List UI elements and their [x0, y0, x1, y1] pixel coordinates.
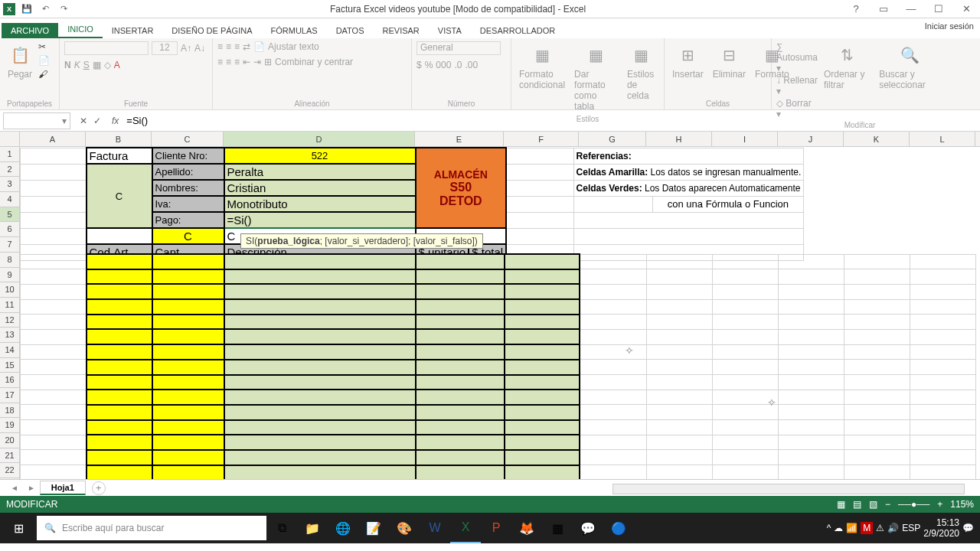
row-15[interactable]: 15	[0, 358, 19, 373]
view-layout-icon[interactable]: ▤	[853, 499, 861, 510]
tray-lang[interactable]: ESP	[902, 523, 920, 533]
cell-cod-row[interactable]	[87, 390, 152, 405]
col-L[interactable]: L	[910, 132, 975, 146]
cell-desc-row[interactable]	[224, 360, 416, 375]
close-icon[interactable]: ✕	[956, 2, 977, 17]
cell-iva-label[interactable]: Iva:	[152, 196, 224, 212]
view-normal-icon[interactable]: ▦	[837, 499, 845, 510]
cell-total-row[interactable]	[505, 329, 580, 344]
cell-total-row[interactable]	[505, 375, 580, 390]
borrar-button[interactable]: ◇ Borrar ▾	[776, 98, 818, 119]
col-E[interactable]: E	[415, 132, 504, 146]
cell-cant-row[interactable]	[152, 344, 224, 360]
tray-date[interactable]: 2/9/2020	[923, 528, 959, 539]
row-20[interactable]: 20	[0, 433, 19, 448]
cond-format-button[interactable]: ▦Formato condicional	[516, 41, 568, 92]
paste-button[interactable]: 📋Pegar	[5, 41, 35, 81]
powerpoint-icon[interactable]: P	[481, 513, 511, 543]
cell-cod-row[interactable]	[87, 329, 152, 344]
row-19[interactable]: 19	[0, 418, 19, 433]
cell-cod-row[interactable]	[87, 435, 152, 450]
sheet-nav-next-icon[interactable]: ►	[23, 484, 40, 492]
col-F[interactable]: F	[504, 132, 579, 146]
tab-inicio[interactable]: INICIO	[58, 21, 103, 38]
cell-cant-row[interactable]	[152, 315, 224, 330]
tab-archivo[interactable]: ARCHIVO	[2, 23, 58, 38]
cell-cant-row[interactable]	[152, 375, 224, 390]
app3-icon[interactable]: 💬	[573, 513, 603, 543]
cell-desc-row[interactable]	[224, 450, 416, 465]
row-5[interactable]: 5	[0, 207, 19, 223]
row-18[interactable]: 18	[0, 403, 19, 419]
cell-cod-row[interactable]	[87, 450, 152, 465]
cell-cod-row[interactable]	[87, 420, 152, 435]
copy-icon[interactable]: 📄	[38, 55, 50, 66]
cell-unit-row[interactable]	[416, 390, 505, 405]
cell-desc-row[interactable]	[224, 329, 416, 344]
insert-button[interactable]: ⊞Insertar	[669, 41, 707, 81]
tab-revisar[interactable]: REVISAR	[374, 23, 429, 38]
cut-icon[interactable]: ✂	[38, 41, 50, 52]
tab-datos[interactable]: DATOS	[327, 23, 374, 38]
cell-nombres-label[interactable]: Nombres:	[152, 180, 224, 196]
row-22[interactable]: 22	[0, 463, 19, 478]
explorer-icon[interactable]: 📁	[297, 513, 328, 543]
cell-cant-row[interactable]	[152, 284, 224, 299]
cell-cod-row[interactable]	[87, 254, 152, 269]
cell-unit-row[interactable]	[416, 284, 505, 299]
col-A[interactable]: A	[20, 132, 86, 146]
cell-desc-row[interactable]	[224, 375, 416, 390]
horizontal-scrollbar[interactable]	[612, 484, 965, 494]
row-16[interactable]: 16	[0, 373, 19, 388]
tray-up-icon[interactable]: ^	[827, 523, 831, 533]
paint-icon[interactable]: 🎨	[389, 513, 420, 543]
row-6[interactable]: 6	[0, 222, 19, 237]
row-1[interactable]: 1	[0, 147, 19, 162]
cell-cliente-label[interactable]: Cliente Nro:	[152, 148, 224, 164]
cell-unit-row[interactable]	[416, 299, 505, 315]
cell-total-row[interactable]	[505, 360, 580, 375]
cell-total-row[interactable]	[505, 390, 580, 405]
cell-total-row[interactable]	[505, 315, 580, 330]
cell-desc-row[interactable]	[224, 420, 416, 435]
row-14[interactable]: 14	[0, 343, 19, 358]
view-pagebreak-icon[interactable]: ▧	[869, 499, 877, 510]
cell-unit-row[interactable]	[416, 254, 505, 269]
delete-button[interactable]: ⊟Eliminar	[710, 41, 749, 81]
tray-icon[interactable]: 📶	[846, 523, 858, 533]
save-icon[interactable]: 💾	[20, 2, 34, 16]
zoom-in-icon[interactable]: +	[937, 499, 942, 510]
cell-cant-row[interactable]	[152, 254, 224, 269]
tray-time[interactable]: 15:13	[923, 517, 959, 528]
cell-cod-row[interactable]	[87, 269, 152, 285]
cell-apellido-val[interactable]: Peralta	[224, 164, 416, 180]
cell-cant-row[interactable]	[152, 420, 224, 435]
cell-cant-row[interactable]	[152, 269, 224, 285]
cell-cod-row[interactable]	[87, 360, 152, 375]
row-7[interactable]: 7	[0, 237, 19, 253]
cell-desc-row[interactable]	[224, 284, 416, 299]
tray-icon[interactable]: ☁	[834, 523, 843, 533]
cell-total-row[interactable]	[505, 465, 580, 479]
minimize-icon[interactable]: —	[900, 2, 922, 17]
row-21[interactable]: 21	[0, 448, 19, 464]
cell-pago-label[interactable]: Pago:	[152, 212, 224, 228]
col-D[interactable]: D	[224, 132, 415, 146]
ribbon-options-icon[interactable]: ▭	[873, 2, 894, 17]
cell-total-row[interactable]	[505, 420, 580, 435]
cell-total-row[interactable]	[505, 254, 580, 269]
cell-total-row[interactable]	[505, 435, 580, 450]
cell-cant-row[interactable]	[152, 299, 224, 315]
col-G[interactable]: G	[579, 132, 646, 146]
cell-unit-row[interactable]	[416, 465, 505, 479]
rellenar-button[interactable]: ↓ Rellenar ▾	[776, 75, 818, 96]
name-box[interactable]: ▾	[3, 112, 70, 129]
cell-total-row[interactable]	[505, 284, 580, 299]
cell-apellido-label[interactable]: Apellido:	[152, 164, 224, 180]
row-9[interactable]: 9	[0, 268, 19, 283]
word-icon[interactable]: W	[420, 513, 450, 543]
col-H[interactable]: H	[646, 132, 712, 146]
cell-desc-row[interactable]	[224, 299, 416, 315]
row-12[interactable]: 12	[0, 313, 19, 328]
windows-start-icon[interactable]: ⊞	[0, 513, 37, 543]
